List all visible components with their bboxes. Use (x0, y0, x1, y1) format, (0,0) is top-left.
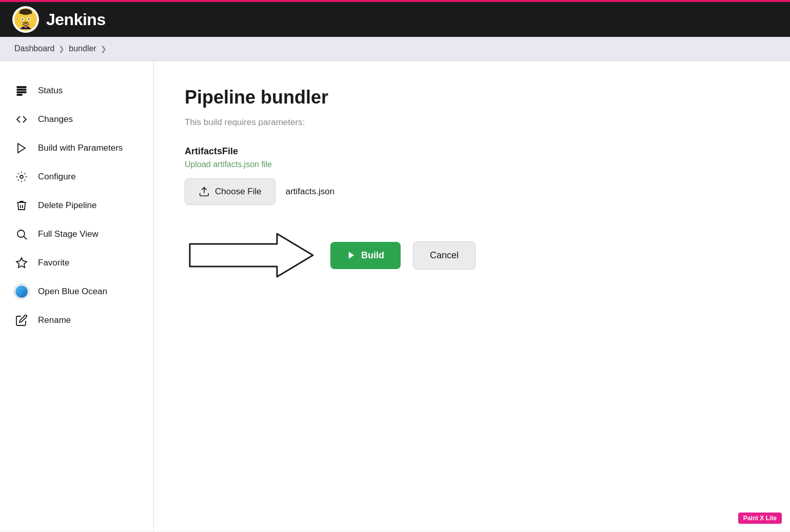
star-icon (14, 256, 29, 270)
build-button[interactable]: Build (330, 242, 401, 269)
sidebar-item-favorite-label: Favorite (38, 258, 69, 268)
svg-rect-2 (19, 12, 32, 14)
svg-rect-9 (17, 89, 26, 90)
jenkins-logo[interactable]: Jenkins (12, 6, 106, 33)
selected-file-name: artifacts.json (286, 187, 334, 197)
sidebar-item-rename-label: Rename (38, 315, 71, 325)
paint-badge: Paint X Lite (738, 513, 782, 524)
breadcrumb-sep-2: ❯ (101, 45, 107, 53)
sidebar-item-delete-pipeline[interactable]: Delete Pipeline (0, 191, 153, 220)
svg-point-7 (24, 21, 27, 23)
cancel-button[interactable]: Cancel (413, 241, 476, 270)
param-desc: Upload artifacts.json file (185, 160, 759, 169)
code-icon (14, 112, 29, 127)
pencil-icon (14, 313, 29, 328)
sidebar-item-configure-label: Configure (38, 172, 76, 182)
svg-point-5 (22, 18, 24, 20)
sidebar-item-build-with-parameters[interactable]: Build with Parameters (0, 134, 153, 162)
cancel-label: Cancel (430, 250, 459, 260)
sidebar-item-ocean-label: Open Blue Ocean (38, 287, 107, 297)
main-content: Pipeline bundler This build requires par… (154, 61, 790, 531)
breadcrumb-sep-1: ❯ (58, 45, 65, 53)
sidebar-item-build-label: Build with Parameters (38, 143, 123, 153)
choose-file-label: Choose File (215, 187, 262, 197)
blueocean-icon (14, 284, 29, 299)
choose-file-button[interactable]: Choose File (185, 178, 275, 205)
build-subtitle: This build requires parameters: (185, 117, 759, 128)
main-layout: Status Changes Build with Parameters Con… (0, 61, 790, 531)
arrow-annotation (185, 230, 318, 281)
param-section: ArtifactsFile Upload artifacts.json file… (185, 146, 759, 205)
sidebar-item-status[interactable]: Status (0, 76, 153, 105)
breadcrumb: Dashboard ❯ bundler ❯ (0, 37, 790, 61)
breadcrumb-bundler[interactable]: bundler (69, 44, 96, 53)
list-icon (14, 84, 29, 98)
app-header: Jenkins (0, 0, 790, 37)
build-play-icon (347, 251, 356, 260)
svg-marker-18 (190, 234, 313, 277)
svg-rect-11 (17, 94, 22, 95)
svg-marker-19 (349, 252, 354, 259)
svg-rect-8 (17, 87, 26, 88)
svg-point-6 (28, 18, 30, 20)
upload-icon (199, 186, 210, 197)
svg-point-14 (17, 230, 25, 237)
sidebar-item-full-stage-view[interactable]: Full Stage View (0, 220, 153, 249)
trash-icon (14, 198, 29, 213)
svg-marker-12 (18, 144, 25, 153)
svg-marker-16 (16, 258, 27, 268)
sidebar-item-configure[interactable]: Configure (0, 162, 153, 191)
breadcrumb-dashboard[interactable]: Dashboard (14, 44, 54, 53)
sidebar-item-open-blue-ocean[interactable]: Open Blue Ocean (0, 277, 153, 306)
sidebar-item-status-label: Status (38, 86, 63, 96)
jenkins-avatar (12, 6, 39, 33)
play-icon (14, 141, 29, 155)
sidebar-item-changes[interactable]: Changes (0, 105, 153, 134)
sidebar-item-favorite[interactable]: Favorite (0, 249, 153, 277)
sidebar-item-rename[interactable]: Rename (0, 306, 153, 335)
page-title: Pipeline bundler (185, 87, 759, 108)
app-title: Jenkins (46, 10, 106, 29)
gear-icon (14, 170, 29, 184)
svg-rect-10 (17, 92, 26, 93)
svg-point-13 (20, 175, 23, 178)
search-icon (14, 227, 29, 241)
action-row: Build Cancel (185, 230, 759, 281)
file-input-row: Choose File artifacts.json (185, 178, 759, 205)
build-label: Build (361, 250, 384, 261)
param-name: ArtifactsFile (185, 146, 759, 157)
sidebar-item-changes-label: Changes (38, 114, 73, 125)
svg-line-15 (24, 237, 27, 240)
sidebar-item-stage-label: Full Stage View (38, 229, 98, 239)
sidebar-item-delete-label: Delete Pipeline (38, 200, 96, 211)
sidebar: Status Changes Build with Parameters Con… (0, 61, 154, 531)
